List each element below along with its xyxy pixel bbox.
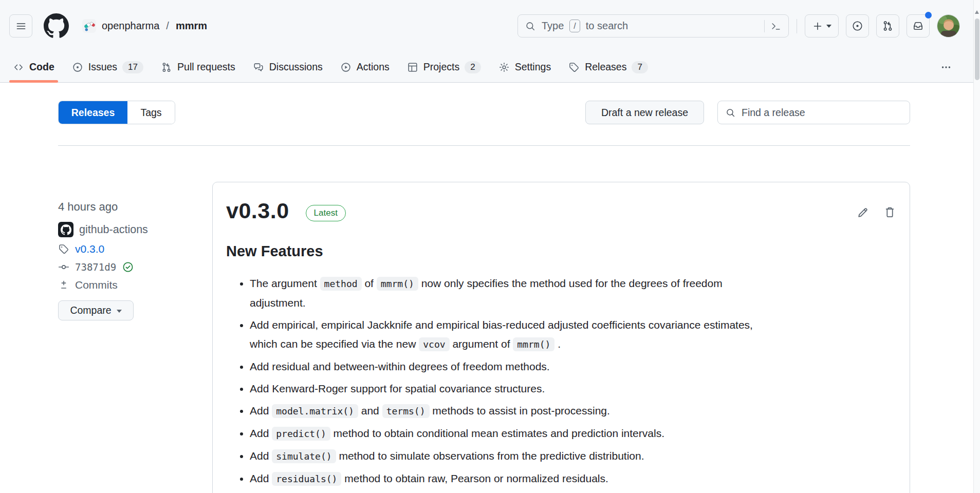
edit-release-button[interactable] [857, 206, 870, 219]
inline-code: model.matrix() [272, 404, 358, 418]
tab-releases[interactable]: Releases 7 [563, 52, 654, 82]
releases-tags-toggle: Releases Tags [58, 101, 175, 124]
draft-new-release-button[interactable]: Draft a new release [585, 101, 704, 124]
breadcrumb-org[interactable]: openpharma [102, 20, 159, 32]
commits-link[interactable]: Commits [75, 279, 118, 291]
inline-code: predict() [272, 427, 330, 441]
release-note-item: Add model.matrix() and terms() methods t… [250, 401, 766, 421]
issue-opened-icon [72, 62, 83, 73]
release-author[interactable]: github-actions [58, 222, 205, 237]
toolbar-divider [58, 145, 910, 146]
tab-label: Discussions [269, 61, 323, 73]
pull-request-icon [161, 62, 172, 73]
pull-requests-dashboard-button[interactable] [876, 14, 899, 37]
release-tag-row: v0.3.0 [58, 243, 205, 255]
tab-label: Issues [88, 61, 117, 73]
search-icon [525, 21, 536, 32]
notifications-button[interactable] [907, 14, 930, 37]
find-release-search[interactable] [717, 101, 910, 124]
tab-issues[interactable]: Issues 17 [66, 52, 149, 82]
release-sidebar: 4 hours ago github-actions v0.3.0 73871d… [58, 200, 205, 320]
search-icon [725, 107, 736, 118]
release-title: v0.3.0 [226, 199, 289, 223]
inbox-icon [912, 20, 924, 32]
chevron-down-icon [117, 310, 122, 315]
author-name: github-actions [79, 223, 148, 236]
tab-discussions[interactable]: Discussions [247, 52, 328, 82]
global-header: openpharma / mmrm Type / to search [0, 0, 973, 52]
tab-label: Projects [423, 61, 459, 73]
discussions-icon [253, 62, 264, 73]
release-note-item: Add predict() method to obtain condition… [250, 424, 766, 443]
header-actions [805, 14, 960, 37]
inline-code: residuals() [272, 472, 341, 486]
find-release-input[interactable] [742, 107, 902, 119]
plus-icon [812, 21, 823, 32]
tab-label: Code [29, 61, 54, 73]
page-scrollbar[interactable] [973, 0, 980, 493]
github-logo[interactable] [44, 13, 69, 39]
tab-code[interactable]: Code [7, 52, 60, 82]
tab-projects[interactable]: Projects 2 [401, 52, 487, 82]
chevron-down-icon [826, 25, 831, 30]
search-placeholder-prefix: Type [542, 20, 564, 32]
compare-button[interactable]: Compare [58, 300, 134, 320]
compare-label: Compare [70, 305, 111, 316]
tag-link[interactable]: v0.3.0 [75, 243, 104, 255]
release-card: v0.3.0 Latest New Features The argument … [212, 182, 910, 493]
release-note-item: Add Kenward-Roger support for spatial co… [250, 379, 766, 398]
inline-code: vcov [419, 337, 449, 351]
trash-icon [883, 206, 896, 219]
create-new-button[interactable] [805, 14, 839, 37]
release-time: 4 hours ago [58, 200, 205, 214]
header-divider [797, 19, 797, 33]
tab-label: Pull requests [177, 61, 235, 73]
kebab-horizontal-icon [940, 62, 952, 73]
tags-toggle-button[interactable]: Tags [127, 101, 175, 124]
user-avatar[interactable] [937, 14, 960, 37]
diff-icon [58, 279, 69, 291]
inline-code: mmrm() [377, 277, 418, 291]
issues-count-badge: 17 [122, 61, 143, 73]
tab-actions[interactable]: Actions [335, 52, 395, 82]
inline-code: terms() [382, 404, 430, 418]
release-commit-row: 73871d9 [58, 261, 205, 273]
tab-label: Settings [515, 61, 551, 73]
inline-code: simulate() [272, 449, 336, 463]
release-note-item: Add simulate() method to simulate observ… [250, 446, 766, 466]
releases-count-badge: 7 [632, 61, 648, 73]
command-palette-icon[interactable] [770, 21, 782, 32]
tab-label: Releases [585, 61, 626, 73]
org-avatar[interactable] [82, 19, 96, 33]
verified-icon [122, 261, 134, 273]
hamburger-menu-button[interactable] [9, 14, 32, 37]
breadcrumb: openpharma / mmrm [82, 19, 207, 33]
scrollbar-up-arrow[interactable] [975, 8, 979, 14]
latest-badge: Latest [306, 205, 346, 221]
scrollbar-thumb[interactable] [975, 18, 979, 80]
tab-settings[interactable]: Settings [493, 52, 557, 82]
release-card-header: v0.3.0 Latest [226, 199, 896, 223]
slash-key-hint: / [569, 20, 580, 32]
issue-opened-icon [852, 20, 863, 32]
tab-pull-requests[interactable]: Pull requests [155, 52, 241, 82]
section-heading: New Features [226, 243, 896, 260]
projects-count-badge: 2 [465, 61, 480, 73]
tab-label: Actions [357, 61, 390, 73]
search-divider [764, 20, 765, 32]
tag-icon [58, 243, 69, 255]
release-notes-list: The argument method of mmrm() now only s… [226, 274, 766, 488]
global-search-input[interactable]: Type / to search [517, 14, 789, 37]
issues-dashboard-button[interactable] [846, 14, 869, 37]
release-note-item: Add empirical, empirical Jackknife and e… [250, 315, 766, 354]
delete-release-button[interactable] [883, 206, 896, 219]
search-placeholder-suffix: to search [586, 20, 628, 32]
code-icon [13, 62, 24, 73]
github-actions-avatar [58, 222, 73, 237]
breadcrumb-repo[interactable]: mmrm [176, 20, 207, 32]
releases-toggle-button[interactable]: Releases [59, 101, 127, 124]
commit-sha[interactable]: 73871d9 [75, 261, 116, 273]
release-note-item: The argument method of mmrm() now only s… [250, 274, 766, 312]
nav-overflow-button[interactable] [936, 58, 956, 77]
pencil-icon [857, 206, 870, 219]
